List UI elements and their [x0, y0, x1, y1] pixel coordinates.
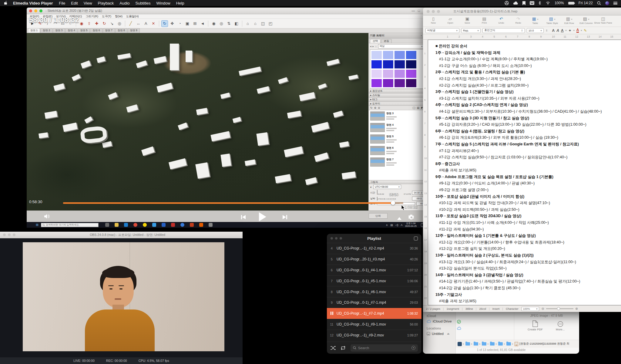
color-swatch-7[interactable]: [406, 60, 416, 68]
close-traffic-light[interactable]: [29, 9, 32, 12]
playlist-row[interactable]: 11UD_CG-Progr...0-1)_#9-1.mov56:00: [327, 319, 421, 330]
kakaotalk-taskbar-icon[interactable]: [143, 223, 147, 227]
text-tool-icon[interactable]: A: [143, 20, 149, 27]
playlist-row[interactable]: 4UD_CG-Progr...-1)_#2-2.mp430:36: [327, 243, 421, 254]
sketchup-titlebar[interactable]: - SketchUp 프로 2020 (평가판 2일 남음) —□✕: [27, 8, 428, 14]
font-color-button[interactable]: A: [576, 28, 579, 33]
tray-volume-icon[interactable]: ◁): [395, 223, 398, 227]
scene-item-3[interactable]: 장면 3: [369, 110, 428, 122]
hwp-tool-edit-column[interactable]: ▨ ▾Edit Column: [578, 16, 595, 25]
traffic-lights[interactable]: [29, 9, 42, 12]
scene-thumbnail[interactable]: [370, 146, 385, 155]
scene-tab-2[interactable]: 장면 2: [40, 28, 52, 33]
panel-strip-2[interactable]: ▸ 태그⊼: [369, 98, 428, 101]
font-dropdown[interactable]: 휴먼고딕⇕: [482, 28, 525, 33]
hwp-tool-save[interactable]: ▣Save: [459, 16, 476, 24]
hwp-traffic-lights[interactable]: [427, 10, 440, 13]
tab-edit[interactable]: 편집: [381, 39, 392, 43]
orbit-tool-icon[interactable]: ↻: [161, 20, 168, 27]
minimize-traffic-light[interactable]: [8, 233, 11, 236]
color-swatch-11[interactable]: [406, 70, 416, 78]
search-scope-chevron-icon[interactable]: ▾: [411, 346, 415, 350]
hwp-tool-redo[interactable]: ↷Redo: [510, 16, 527, 24]
scale-tool-icon[interactable]: ↘: [109, 20, 115, 27]
home-icon[interactable]: ⌂: [375, 45, 377, 48]
scene-tab-7[interactable]: 장면 7: [103, 28, 115, 33]
scene-tab-3[interactable]: 장면 3: [53, 28, 65, 33]
siri-icon[interactable]: [605, 1, 609, 5]
offset-tool-icon[interactable]: ◎: [116, 20, 123, 27]
keyboard-icon[interactable]: [530, 1, 534, 5]
bold-button[interactable]: A: [552, 28, 555, 33]
tray-net-icon[interactable]: ▤: [390, 223, 393, 227]
breadcrumb-folder-icon[interactable]: [465, 342, 470, 346]
scene-update-icon[interactable]: ↻: [370, 106, 373, 109]
close-traffic-light[interactable]: [331, 237, 333, 240]
zoom-extents-tool-icon[interactable]: ⊞: [192, 20, 198, 27]
sketchup-menu-6[interactable]: 창(W): [115, 15, 123, 18]
sidebar-item-untitled[interactable]: Untitled ⏏: [427, 332, 455, 336]
position-camera-tool-icon[interactable]: ◉: [210, 20, 217, 27]
section-tool-icon[interactable]: ◧: [233, 20, 240, 27]
scene-options-icon[interactable]: ( ): [413, 106, 415, 109]
scene-thumbnail[interactable]: [370, 157, 385, 167]
color-swatch-13[interactable]: [383, 79, 393, 87]
pushpull-tool-icon[interactable]: ⇧: [86, 20, 92, 27]
apple-logo-icon[interactable]: [4, 1, 8, 5]
color-swatch-2[interactable]: [394, 51, 405, 59]
playlist-row[interactable]: 8UD_CG-Progr...0-1)_#6-1.mov49:37: [327, 286, 421, 297]
bluetooth-icon[interactable]: [539, 1, 541, 5]
color-swatch-10[interactable]: [394, 70, 405, 78]
materials-dropdown[interactable]: 색상▾: [378, 44, 424, 48]
playlist-row[interactable]: 6UD_CG-Progr...0-1)_#4-1.mov1:07:12: [327, 265, 421, 276]
color-swatch-15[interactable]: [406, 79, 416, 87]
playlist-traffic-lights[interactable]: [331, 237, 342, 240]
eject-icon[interactable]: ⏏: [447, 332, 450, 335]
webcam-preview[interactable]: [23, 242, 224, 351]
axes-tool-icon[interactable]: ✕: [150, 20, 157, 27]
breadcrumb-folder-icon[interactable]: [482, 342, 486, 346]
color-swatch-0[interactable]: [371, 51, 382, 59]
italic-button[interactable]: A: [556, 28, 559, 33]
osd-settings-gear-icon[interactable]: [408, 214, 415, 221]
zoom-traffic-light[interactable]: [340, 237, 342, 240]
date-slider[interactable]: [377, 197, 378, 200]
scene-item-6[interactable]: 장면 6: [369, 145, 428, 156]
sketchup-menu-4[interactable]: 그리기(R): [86, 15, 98, 18]
powerpoint-taskbar-icon[interactable]: [190, 223, 194, 227]
osd-expand-icon[interactable]: [397, 217, 401, 220]
scene-tab-6[interactable]: 장면 6: [90, 28, 102, 33]
tray-header[interactable]: 기본 트레이 ▪ ✕: [369, 33, 428, 38]
repeat-icon[interactable]: [341, 346, 346, 350]
next-track-icon[interactable]: [282, 215, 288, 220]
playlist-row[interactable]: 7UD_CG-Progr...0-1)_#5-1.mov1:06:06: [327, 275, 421, 286]
scene-thumbnail[interactable]: [370, 123, 385, 132]
look-around-tool-icon[interactable]: ◎: [218, 20, 225, 27]
shuffle-icon[interactable]: [331, 346, 336, 350]
close-traffic-light[interactable]: [427, 10, 430, 13]
components-tool-icon[interactable]: ◫: [260, 20, 266, 27]
color-swatch-12[interactable]: [371, 79, 382, 87]
win-minimize-icon[interactable]: —: [411, 9, 415, 13]
bookmark-icon[interactable]: [522, 1, 525, 5]
hwp-tool-table[interactable]: ▦ ▾Table: [527, 16, 544, 25]
float-on-top-icon[interactable]: [414, 237, 418, 240]
menubar-app-name[interactable]: Elmedia Video Player: [13, 1, 53, 5]
menu-6[interactable]: Window: [156, 1, 170, 5]
styles-browser-tool-icon[interactable]: ◰: [267, 20, 274, 27]
color-swatch-1[interactable]: [383, 51, 393, 59]
tray-lang-icon[interactable]: A: [401, 223, 403, 227]
scene-tab-4[interactable]: 장면 4: [65, 28, 77, 33]
settings-taskbar-icon[interactable]: [209, 223, 213, 227]
menu-5[interactable]: Subtitles: [136, 1, 151, 5]
breadcrumb-folder-icon[interactable]: [474, 342, 478, 346]
pin-icon[interactable]: ▪: [421, 34, 422, 37]
size-stepper[interactable]: ⇕: [545, 29, 548, 32]
hwp-tool-open[interactable]: ▱Open: [442, 16, 459, 24]
volume-icon[interactable]: [44, 214, 50, 219]
tab-select[interactable]: 선택: [370, 39, 381, 43]
menu-7[interactable]: Help: [176, 1, 184, 5]
youtube-taskbar-icon[interactable]: [171, 223, 175, 227]
scene-tab-9[interactable]: 장면 9: [128, 28, 140, 33]
scene-tab-1[interactable]: 장면 1: [28, 28, 40, 33]
